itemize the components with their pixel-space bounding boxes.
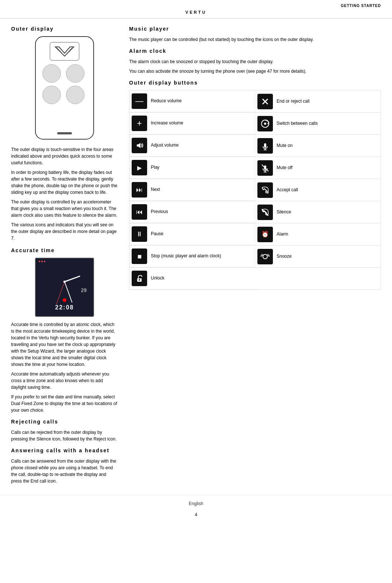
pause-label: Pause — [151, 231, 163, 237]
brand-label: VERTU — [0, 8, 392, 18]
alarm-label: Alarm — [277, 232, 288, 237]
mute-off-svg — [260, 163, 270, 173]
section-label: GETTING STARTED — [0, 0, 392, 8]
increase-volume-label: Increase volume — [151, 120, 183, 126]
empty-cell — [257, 268, 381, 289]
unlock-svg — [135, 274, 144, 283]
outer-display-title: Outer display — [11, 26, 118, 32]
silence-svg — [260, 208, 270, 217]
phone-outline — [35, 36, 94, 140]
music-player-desc: The music player can be controlled (but … — [129, 36, 381, 43]
page-footer: English — [0, 495, 392, 512]
button-row-3: Play Mute off — [129, 157, 381, 179]
svg-marker-4 — [137, 143, 141, 148]
mute-on-svg — [260, 141, 270, 151]
phone-illustration — [11, 36, 118, 140]
alarm-icon — [257, 227, 273, 242]
play-label: Play — [151, 165, 159, 171]
btn-alarm: Alarm — [255, 223, 381, 245]
btn-switch-calls: Switch between calls — [255, 113, 381, 134]
reduce-volume-label: Reduce volume — [151, 98, 181, 104]
outer-display-desc-2: In order to prolong battery life, the di… — [11, 169, 118, 196]
end-reject-call-label: End or reject call — [277, 99, 309, 104]
plus-icon — [132, 116, 147, 131]
touch-area-2 — [66, 64, 84, 83]
right-column: Music player The music player can be con… — [129, 26, 381, 487]
silence-label: Silence — [277, 209, 291, 215]
footer-language: English — [189, 501, 203, 506]
rejecting-desc: Calls can be rejected from the outer dis… — [11, 429, 118, 442]
snooze-svg — [260, 251, 270, 262]
btn-adjust-volume: Adjust volume — [129, 135, 255, 157]
speaker-svg — [135, 141, 144, 150]
button-row-6: Pause Alarm — [129, 223, 381, 246]
stop-label: Stop (music player and alarm clock) — [151, 253, 221, 259]
accurate-time-title: Accurate time — [11, 247, 118, 253]
hour-hand — [64, 275, 80, 282]
pause-icon — [132, 226, 147, 242]
accept-call-label: Accept call — [277, 187, 298, 193]
next-icon — [132, 182, 147, 198]
button-row-8: Unlock — [129, 268, 381, 289]
phone-touch-areas — [42, 64, 87, 104]
answering-title: Answering calls with a headset — [11, 447, 118, 453]
touch-area-3 — [42, 86, 61, 104]
outer-display-desc-4: The various icons and indicators that yo… — [11, 222, 118, 241]
adjust-volume-label: Adjust volume — [151, 143, 178, 148]
previous-label: Previous — [151, 209, 168, 215]
btn-play: Play — [129, 157, 255, 179]
btn-pause: Pause — [129, 223, 255, 245]
next-label: Next — [151, 187, 160, 193]
buttons-grid: Reduce volume End or reject call I — [129, 90, 381, 290]
answering-desc: Calls can be answered from the outer dis… — [11, 458, 118, 484]
mute-off-label: Mute off — [277, 165, 292, 171]
clock-date: 29 — [81, 287, 87, 293]
button-row-5: Previous Silence — [129, 201, 381, 223]
btn-mute-off: Mute off — [255, 157, 381, 179]
alarm-clock-desc-1: The alarm clock can be snoozed or stoppe… — [129, 58, 381, 65]
music-player-title: Music player — [129, 26, 381, 32]
mute-off-icon — [257, 160, 273, 176]
accept-call-svg — [260, 185, 270, 195]
switch-svg — [260, 119, 270, 129]
clock-center — [63, 281, 66, 283]
svg-rect-5 — [264, 143, 266, 148]
btn-mute-on: Mute on — [255, 135, 381, 157]
outer-buttons-title: Outer display buttons — [129, 80, 381, 86]
btn-previous: Previous — [129, 201, 255, 223]
svg-point-13 — [263, 254, 267, 259]
endcall-icon — [257, 94, 273, 109]
touch-area-4 — [66, 86, 84, 104]
button-row-7: Stop (music player and alarm clock) Snoo… — [129, 246, 381, 268]
btn-unlock: Unlock — [129, 268, 257, 289]
accurate-desc-1: Accurate time is controlled by an atomic… — [11, 321, 118, 368]
btn-increase-volume: Increase volume — [129, 113, 255, 134]
mute-on-icon — [257, 138, 273, 154]
outer-display-desc-1: The outer display is touch-sensitive in … — [11, 146, 118, 166]
button-row-2: Adjust volume Mute on — [129, 135, 381, 157]
clock-box: 29 22:08 — [35, 258, 94, 317]
minus-icon — [132, 93, 147, 109]
btn-reduce-volume: Reduce volume — [129, 90, 255, 112]
accurate-desc-3: If you prefer to set the date and time m… — [11, 394, 118, 414]
speaker-icon — [132, 138, 147, 153]
end-call-svg — [260, 97, 270, 106]
vertu-logo-icon — [53, 45, 76, 58]
btn-accept-call: Accept call — [255, 179, 381, 201]
clock-digital-time: 22:08 — [36, 304, 93, 311]
btn-silence: Silence — [255, 201, 381, 223]
button-row-1: Increase volume Switch between calls — [129, 113, 381, 135]
silence-icon — [257, 205, 273, 220]
outer-display-desc-3: The outer display is controlled by an ac… — [11, 199, 118, 219]
btn-end-reject-call: End or reject call — [255, 90, 381, 112]
analog-clock-face — [39, 262, 90, 301]
unlock-icon — [132, 271, 147, 286]
touch-area-1 — [42, 64, 61, 83]
alarm-clock-desc-2: You can also activate the snooze by turn… — [129, 68, 381, 75]
btn-stop: Stop (music player and alarm clock) — [129, 246, 255, 267]
svg-point-15 — [139, 279, 140, 281]
alarm-clock-title: Alarm clock — [129, 48, 381, 54]
left-column: Outer display — [11, 26, 118, 487]
mute-on-label: Mute on — [277, 143, 292, 149]
switch-calls-label: Switch between calls — [277, 121, 318, 127]
